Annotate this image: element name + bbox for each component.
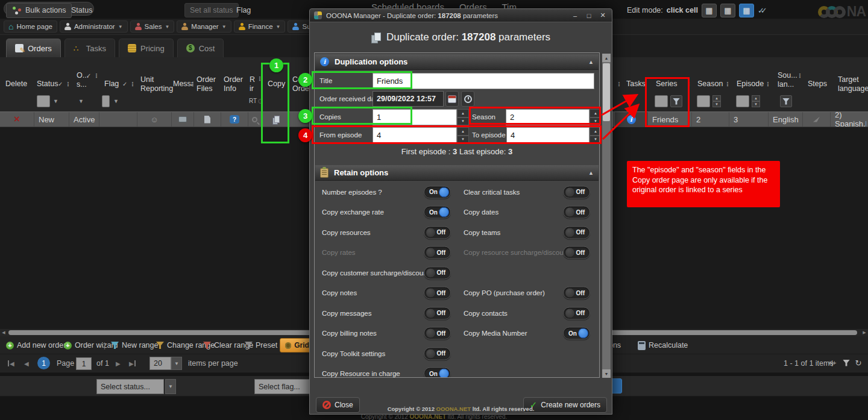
- flag-cell[interactable]: [99, 112, 137, 127]
- status-cell[interactable]: New: [34, 112, 69, 127]
- source-language-filter-button[interactable]: [780, 95, 792, 107]
- copies-stepper[interactable]: ▲▼: [457, 109, 469, 125]
- select-flag-dropdown[interactable]: Select flag...: [254, 379, 310, 394]
- order-files-cell[interactable]: [194, 112, 221, 127]
- prev-page-button[interactable]: ◀: [24, 357, 29, 369]
- season-filter-box[interactable]: [697, 95, 710, 107]
- dialog-scrollbar[interactable]: ▲ ▼: [602, 54, 611, 378]
- menu-administrator[interactable]: Administrator ▼: [60, 20, 128, 33]
- column-header-target-language[interactable]: Target language: [838, 75, 868, 93]
- season-cell[interactable]: 2: [692, 112, 729, 127]
- column-menu-icon[interactable]: ⋮: [725, 80, 731, 89]
- order-info-cell[interactable]: ?: [221, 112, 248, 127]
- page-input[interactable]: [76, 357, 92, 370]
- toggle-copy-resources[interactable]: Off: [424, 226, 451, 239]
- toggle-copy-toolkit-settings[interactable]: Off: [424, 347, 451, 360]
- current-page-button[interactable]: 1: [37, 357, 50, 369]
- minimize-button[interactable]: –: [570, 12, 580, 19]
- check-icon[interactable]: ✓: [58, 80, 63, 89]
- column-header-r-ir[interactable]: R ir: [250, 75, 255, 93]
- column-header-source-language[interactable]: Sou... lan...: [778, 71, 797, 89]
- column-header-status[interactable]: Status: [37, 80, 58, 89]
- dialog-scrollbar-thumb[interactable]: [603, 63, 610, 121]
- clock-button[interactable]: [461, 91, 474, 107]
- column-menu-icon[interactable]: ⋮: [797, 71, 803, 80]
- delete-cell[interactable]: ×: [0, 112, 34, 127]
- toggle-copy-dates[interactable]: Off: [563, 206, 590, 219]
- page-size-select[interactable]: 20: [149, 357, 171, 370]
- steps-cell[interactable]: [803, 112, 831, 127]
- toggle-clear-critical-tasks[interactable]: Off: [563, 186, 590, 198]
- close-window-button[interactable]: ✕: [598, 11, 608, 19]
- column-menu-icon[interactable]: ⋮: [65, 80, 71, 89]
- column-header-episode[interactable]: Episode: [737, 80, 764, 89]
- column-menu-icon[interactable]: ⋮: [93, 71, 99, 80]
- episode-filter-stepper[interactable]: ▲▼: [752, 95, 760, 107]
- dialog-titlebar[interactable]: OOONA Manager - Duplicate order: 187208 …: [310, 9, 612, 22]
- toggle-copy-customer-surcharge[interactable]: Off: [424, 266, 451, 279]
- episode-filter-box[interactable]: [736, 95, 749, 107]
- bulk-actions-button[interactable]: Bulk actions: [6, 3, 72, 17]
- toggle-copy-billing-notes[interactable]: Off: [424, 327, 451, 340]
- recalculate-button[interactable]: Recalculate: [638, 339, 688, 351]
- collapse-icon[interactable]: ▲: [588, 59, 594, 65]
- edit-mode-click-cell-button[interactable]: ▦: [739, 4, 754, 17]
- status-filter-box[interactable]: [37, 95, 50, 107]
- select-status-dropdown[interactable]: Select status...: [96, 379, 164, 394]
- column-header-messages[interactable]: Messages: [173, 80, 193, 89]
- toggle-copy-resource-surcharge[interactable]: Off: [563, 246, 590, 259]
- flag-filter-box[interactable]: [102, 95, 110, 107]
- column-header-order-info[interactable]: Order Info: [224, 75, 243, 93]
- order-received-date-input[interactable]: 29/09/2022 12:57: [373, 91, 444, 107]
- report-cell[interactable]: [248, 112, 262, 127]
- chevron-down-icon[interactable]: ▼: [113, 98, 119, 104]
- column-header-delete[interactable]: Delete: [5, 80, 27, 89]
- column-menu-icon[interactable]: ⋮: [130, 80, 136, 89]
- chevron-down-icon[interactable]: ▼: [78, 98, 84, 104]
- calendar-button[interactable]: [445, 91, 459, 107]
- section-retain-options[interactable]: Retain options ▲: [315, 165, 599, 181]
- tab-pricing[interactable]: Pricing: [119, 39, 174, 57]
- column-header-unit-reporting[interactable]: Unit Reporting: [140, 75, 173, 93]
- menu-sales[interactable]: Sales ▼: [130, 20, 175, 33]
- tab-cost[interactable]: $ Cost: [177, 39, 224, 57]
- select-status-caret[interactable]: ▼: [165, 379, 176, 394]
- column-menu-icon[interactable]: ⋮: [765, 80, 771, 89]
- messages-cell[interactable]: [172, 112, 194, 127]
- menu-home-page[interactable]: ⌂ Home page: [4, 20, 57, 33]
- scroll-left-icon[interactable]: ◀: [0, 329, 7, 336]
- column-header-steps[interactable]: Steps: [808, 80, 827, 89]
- refresh-button[interactable]: ↻: [852, 357, 864, 369]
- edit-mode-cell-button[interactable]: ▦: [720, 4, 735, 17]
- column-header-flag[interactable]: Flag: [104, 80, 119, 89]
- toggle-copy-resource-in-charge[interactable]: On: [424, 368, 451, 378]
- last-page-button[interactable]: ▶: [129, 357, 136, 369]
- toggle-copy-notes[interactable]: Off: [424, 287, 451, 299]
- column-header-order-files[interactable]: Order Files: [197, 75, 216, 93]
- next-page-button[interactable]: ▶: [116, 357, 121, 369]
- maximize-button[interactable]: □: [584, 12, 594, 19]
- menu-finance[interactable]: Finance ▼: [234, 20, 286, 33]
- edit-mode-grid-button[interactable]: ▦: [702, 4, 717, 17]
- fit-columns-button[interactable]: +|+: [826, 357, 838, 369]
- toggle-copy-teams[interactable]: Off: [563, 226, 590, 239]
- episode-cell[interactable]: 3: [729, 112, 769, 127]
- order-wizard-button[interactable]: + Order wizard: [64, 339, 118, 351]
- chevron-down-icon[interactable]: ▼: [53, 98, 58, 104]
- toggle-copy-exchange-rate[interactable]: On: [424, 206, 451, 219]
- source-language-cell[interactable]: English: [769, 112, 803, 127]
- add-new-order-button[interactable]: + Add new order: [6, 339, 66, 351]
- toggle-copy-rates[interactable]: Off: [424, 246, 451, 259]
- column-header-season[interactable]: Season: [697, 80, 723, 89]
- set-all-status-button[interactable]: Set all status: [184, 3, 239, 17]
- page-size-caret[interactable]: ▼: [171, 357, 182, 370]
- toggle-number-episodes[interactable]: On: [424, 186, 451, 198]
- toggle-copy-media-number[interactable]: On: [563, 327, 590, 340]
- tab-tasks[interactable]: ∴ Tasks: [64, 39, 115, 57]
- tasks-cell[interactable]: i: [615, 112, 648, 127]
- first-page-button[interactable]: ◀: [7, 357, 14, 369]
- scroll-right-icon[interactable]: ▶: [861, 329, 868, 336]
- scroll-down-icon[interactable]: ▼: [602, 369, 611, 378]
- new-range-button[interactable]: New range: [111, 339, 158, 351]
- double-check-icon[interactable]: ✓✓: [758, 6, 767, 15]
